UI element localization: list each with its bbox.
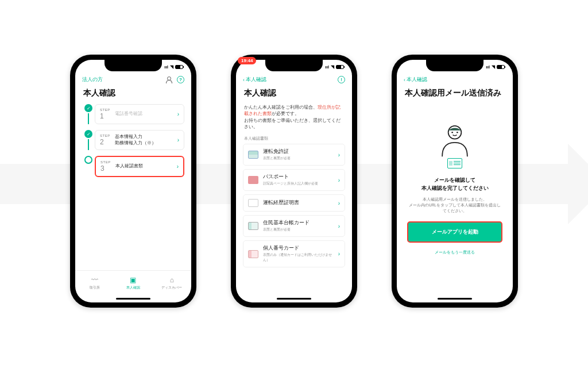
doc-title: 運転経歴証明書 — [263, 200, 334, 206]
page-title: 本人確認 — [236, 85, 352, 104]
chevron-right-icon: › — [338, 251, 340, 257]
step-3[interactable]: STEP3 本人確認書類 › — [82, 156, 184, 177]
license-icon — [248, 151, 258, 159]
battery-icon — [336, 65, 344, 69]
home-indicator[interactable] — [277, 298, 311, 300]
help-icon[interactable]: ? — [177, 76, 184, 83]
open-mail-button[interactable]: メールアプリを起動 — [407, 221, 502, 243]
profile-icon[interactable] — [165, 76, 172, 83]
chart-icon: 〰 — [91, 276, 98, 284]
doc-sub: 表面と裏面が必要 — [263, 156, 334, 161]
id-card-icon — [447, 158, 462, 168]
top-nav: 法人の方 ? — [75, 74, 191, 85]
chevron-right-icon: › — [338, 223, 340, 229]
step-num: 1 — [100, 112, 110, 120]
tab-exchange[interactable]: 〰取引所 — [75, 271, 114, 296]
home-icon: ⌂ — [170, 276, 174, 284]
step-num: 2 — [100, 138, 110, 146]
battery-icon — [175, 65, 183, 69]
doc-title: パスポート — [263, 174, 334, 181]
doc-mynumber[interactable]: 個人番号カード表面のみ（通知カードはご利用いただけません） › — [243, 240, 345, 267]
chevron-left-icon: ‹ — [243, 77, 245, 83]
signal-icon: ııl — [164, 64, 168, 70]
step-text: 基本情報入力 勤務情報入力（※） — [115, 134, 177, 146]
step-label: STEP — [100, 160, 111, 164]
notch — [265, 60, 323, 71]
recording-time: 19:44 — [238, 57, 256, 64]
svg-point-1 — [451, 132, 453, 133]
juki-icon — [248, 222, 258, 230]
doc-sub: 表面と裏面が必要 — [263, 227, 334, 232]
doc-history[interactable]: 運転経歴証明書 › — [243, 194, 345, 212]
chevron-right-icon: › — [338, 177, 340, 183]
message-title: メールを確認して 本人確認を完了してください — [421, 177, 489, 192]
doc-passport[interactable]: パスポート顔写真ページと所持人記入欄が必要 › — [243, 169, 345, 191]
wifi-icon: ◥ — [492, 64, 495, 70]
step-text: 電話番号確認 — [115, 111, 177, 117]
check-icon: ✓ — [87, 132, 91, 137]
phone-1: ııl ◥ 法人の方 ? 本人確認 ✓ STEP1 電話番号確認 › — [70, 55, 196, 308]
message-sub: 本人確認用メールを送信しました。 メール内のURLをタップして本人確認書類を提出… — [407, 197, 502, 213]
step-label: STEP — [100, 108, 110, 112]
back-button[interactable]: ‹ 本人確認 — [404, 76, 427, 83]
chevron-right-icon: › — [338, 152, 340, 158]
signal-icon: ııl — [325, 64, 329, 70]
avatar-icon — [435, 121, 475, 162]
chevron-right-icon: › — [177, 163, 179, 170]
chevron-left-icon: ‹ — [404, 77, 405, 83]
wifi-icon: ◥ — [331, 64, 334, 70]
passport-icon — [248, 176, 258, 184]
doc-license[interactable]: 運転免許証表面と裏面が必要 › — [243, 144, 345, 166]
doc-title: 住民基本台帳カード — [263, 220, 334, 227]
doc-title: 個人番号カード — [263, 245, 334, 252]
tab-label: 取引所 — [90, 285, 100, 290]
doc-sub: 表面のみ（通知カードはご利用いただけません） — [263, 252, 334, 263]
phone-3: ııl ◥ ‹ 本人確認 本人確認用メール送信済み — [392, 55, 518, 308]
step-label: STEP — [100, 134, 110, 137]
resend-link[interactable]: メールをもう一度送る — [435, 250, 475, 255]
doc-title: 運転免許証 — [263, 148, 334, 155]
back-label: 本人確認 — [246, 76, 266, 83]
notch — [105, 60, 162, 71]
svg-point-0 — [448, 126, 462, 139]
chevron-right-icon: › — [177, 137, 179, 143]
steps-list: ✓ STEP1 電話番号確認 › ✓ STEP2 基本情報入力 勤務情報入力（※… — [75, 104, 191, 183]
step-num: 3 — [100, 164, 111, 172]
wifi-icon: ◥ — [170, 64, 173, 70]
step-2[interactable]: ✓ STEP2 基本情報入力 勤務情報入力（※） › — [82, 130, 184, 150]
home-indicator[interactable] — [438, 298, 472, 300]
step-text: 本人確認書類 — [115, 163, 177, 169]
tab-label: ディスカバー — [161, 285, 182, 290]
id-icon: ▣ — [130, 276, 136, 284]
doc-juki[interactable]: 住民基本台帳カード表面と裏面が必要 › — [243, 215, 345, 237]
chevron-right-icon: › — [338, 200, 340, 206]
check-icon: ✓ — [87, 106, 91, 111]
battery-icon — [497, 65, 505, 69]
description: かんたん本人確認をご利用の場合、現住所が記載された書類が必要です。 お持ちの書類… — [236, 104, 352, 132]
back-label: 本人確認 — [407, 76, 427, 83]
top-nav: ‹ 本人確認 ! — [236, 74, 352, 85]
svg-point-2 — [457, 132, 458, 133]
tab-label: 本人確認 — [126, 285, 140, 290]
mynumber-icon — [248, 250, 258, 258]
cert-icon — [248, 199, 258, 207]
chevron-right-icon: › — [177, 111, 179, 117]
home-indicator[interactable] — [116, 298, 150, 300]
top-nav: ‹ 本人確認 — [397, 74, 513, 85]
page-title: 本人確認用メール送信済み — [397, 85, 513, 104]
phone-2: 19:44 ııl ◥ ‹ 本人確認 ! 本人確認 かんたん本人確認をご利用の場… — [231, 55, 357, 308]
phone-row: ııl ◥ 法人の方 ? 本人確認 ✓ STEP1 電話番号確認 › — [0, 0, 588, 308]
notch — [426, 60, 483, 71]
tab-kyc[interactable]: ▣本人確認 — [114, 271, 152, 296]
page-title: 本人確認 — [75, 85, 191, 104]
tab-bar: 〰取引所 ▣本人確認 ⌂ディスカバー — [75, 270, 191, 296]
doc-sub: 顔写真ページと所持人記入欄が必要 — [263, 181, 334, 186]
corporate-link[interactable]: 法人の方 — [82, 76, 103, 83]
step-1[interactable]: ✓ STEP1 電話番号確認 › — [82, 104, 184, 124]
document-list: 運転免許証表面と裏面が必要 › パスポート顔写真ページと所持人記入欄が必要 › … — [236, 144, 352, 271]
help-icon[interactable]: ! — [338, 76, 345, 83]
section-label: 本人確認書類 — [236, 132, 352, 144]
tab-discover[interactable]: ⌂ディスカバー — [153, 271, 191, 296]
back-button[interactable]: ‹ 本人確認 — [243, 76, 266, 83]
signal-icon: ııl — [486, 64, 490, 70]
